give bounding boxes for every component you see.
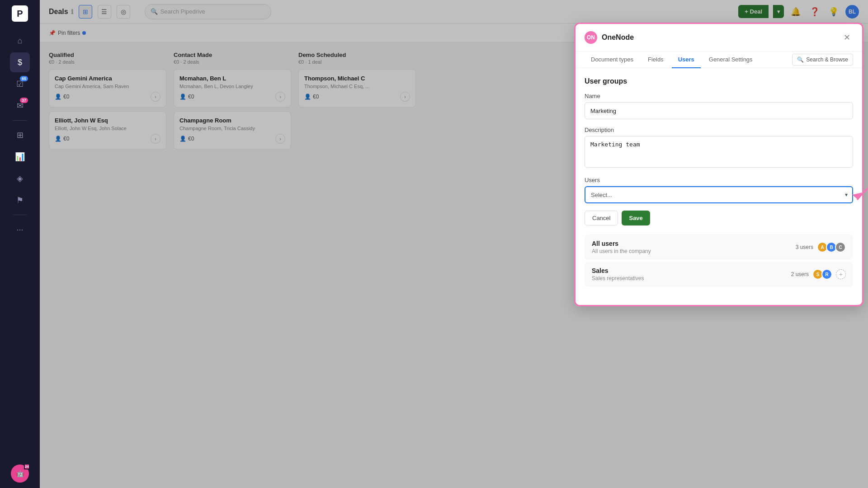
main-content: Deals ℹ ⊞ ☰ ◎ 🔍 Search Pipedrive + Deal … [40, 0, 868, 488]
group-avatars: A B C [817, 242, 846, 253]
search-icon: 🔍 [797, 56, 804, 63]
sidebar-item-products[interactable]: ◈ [10, 169, 30, 188]
users-field-group: Users Select... ▾ [585, 177, 853, 203]
tab-users[interactable]: Users [672, 52, 701, 68]
sidebar-item-more[interactable]: ··· [10, 220, 30, 239]
tab-fields[interactable]: Fields [642, 52, 670, 68]
bot-badge: 24 [24, 464, 30, 469]
avatar: R [821, 269, 832, 280]
group-name: Sales [592, 267, 644, 274]
group-count: 2 users [791, 271, 809, 277]
tab-general-settings[interactable]: General Settings [703, 52, 759, 68]
group-avatars: S R [812, 269, 832, 280]
section-title: User groups [585, 77, 853, 85]
list-item[interactable]: Sales Sales representatives 2 users S R … [585, 262, 853, 287]
modal-tabs: Document types Fields Users General Sett… [576, 52, 862, 68]
group-info-sales: Sales Sales representatives [592, 267, 644, 282]
sidebar-item-deals[interactable]: $ [10, 52, 30, 72]
activities-badge: 65 [20, 76, 28, 81]
group-description: All users in the company [592, 248, 651, 254]
name-field-group: Name [585, 93, 853, 119]
group-count: 3 users [796, 244, 813, 250]
group-name: All users [592, 240, 651, 247]
modal-header: ON OneNode ✕ [576, 24, 862, 52]
users-select-wrapper: Select... ▾ [585, 186, 853, 203]
description-input[interactable]: Marketing team [585, 136, 853, 168]
tab-document-types[interactable]: Document types [585, 52, 640, 68]
search-browse-label: Search & Browse [806, 56, 848, 63]
description-label: Description [585, 127, 853, 133]
form-actions: Cancel Save [585, 211, 853, 225]
name-label: Name [585, 93, 853, 99]
group-info-all-users: All users All users in the company [592, 240, 651, 254]
save-button[interactable]: Save [622, 211, 650, 225]
sidebar-item-pipeline[interactable]: ⊞ [10, 125, 30, 145]
sidebar-item-reports[interactable]: 📊 [10, 147, 30, 167]
svg-marker-0 [852, 192, 862, 199]
email-badge: 37 [20, 98, 28, 103]
onenode-modal: ON OneNode ✕ Document types Fields Users… [574, 23, 863, 306]
name-input[interactable] [585, 102, 853, 119]
list-item[interactable]: All users All users in the company 3 use… [585, 235, 853, 260]
app-logo[interactable]: P [12, 5, 28, 22]
sidebar-item-marketing[interactable]: ⚑ [10, 190, 30, 210]
add-user-to-group-button[interactable]: + [836, 269, 846, 279]
sidebar-item-email[interactable]: ✉ 37 [10, 96, 30, 116]
users-label: Users [585, 177, 853, 183]
sidebar-item-activities[interactable]: ☑ 65 [10, 74, 30, 94]
modal-title: OneNode [602, 33, 836, 42]
group-right: 2 users S R + [791, 269, 846, 280]
sidebar-divider [13, 120, 27, 121]
search-browse-button[interactable]: 🔍 Search & Browse [792, 54, 853, 66]
sidebar: P ⌂ $ ☑ 65 ✉ 37 ⊞ 📊 ◈ ⚑ ··· 🤖 24 [0, 0, 40, 488]
sidebar-item-home[interactable]: ⌂ [10, 31, 30, 51]
cancel-button[interactable]: Cancel [585, 211, 618, 225]
group-right: 3 users A B C [796, 242, 846, 253]
sidebar-bottom: 🤖 24 [11, 465, 29, 483]
modal-body: User groups Name Description Marketing t… [576, 68, 862, 296]
user-groups-list: All users All users in the company 3 use… [585, 235, 853, 287]
users-select[interactable]: Select... [585, 186, 853, 203]
avatar: C [835, 242, 846, 253]
modal-logo: ON [585, 31, 597, 44]
bot-avatar[interactable]: 🤖 24 [11, 465, 29, 483]
modal-close-button[interactable]: ✕ [840, 31, 853, 44]
description-field-group: Description Marketing team [585, 127, 853, 169]
sidebar-divider-2 [13, 215, 27, 215]
group-description: Sales representatives [592, 275, 644, 282]
